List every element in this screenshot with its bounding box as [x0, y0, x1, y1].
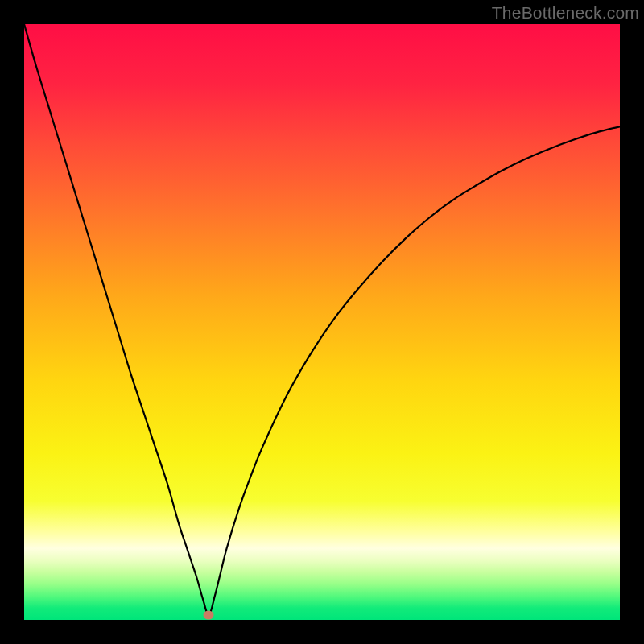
optimal-point-marker	[204, 611, 214, 620]
chart-frame: TheBottleneck.com	[0, 0, 644, 644]
plot-area	[24, 24, 620, 620]
bottleneck-curve	[24, 24, 620, 620]
watermark-text: TheBottleneck.com	[492, 3, 639, 23]
